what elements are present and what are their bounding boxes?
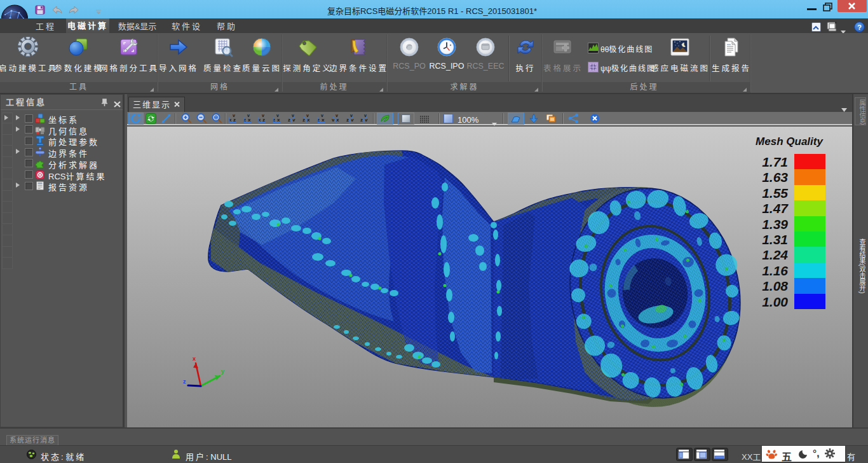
svg-text:x: x [193, 356, 196, 362]
svg-text:x: x [248, 117, 251, 123]
svg-text:v: v [233, 113, 235, 118]
svg-text:x: x [322, 117, 325, 123]
svg-text:y: y [221, 368, 224, 375]
svg-text:v: v [262, 113, 264, 118]
svg-text:z: z [233, 117, 236, 123]
svg-text:v: v [321, 113, 323, 118]
svg-text:x: x [277, 117, 280, 123]
svg-text:v: v [247, 113, 250, 118]
svg-text:?: ? [857, 24, 862, 31]
svg-text:z: z [262, 117, 265, 123]
svg-text:v: v [276, 113, 279, 118]
svg-text:z: z [183, 378, 186, 385]
